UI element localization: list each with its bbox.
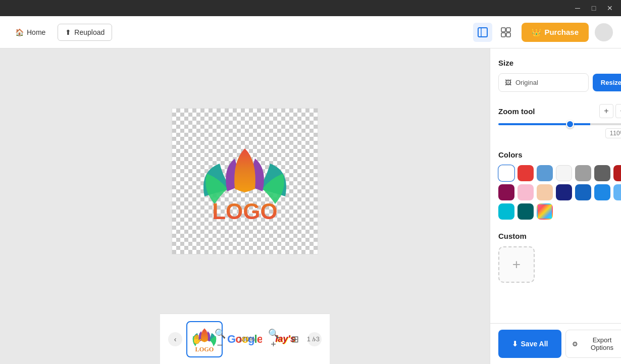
color-swatch-skyblue[interactable] [613,184,621,200]
size-section: Size 🖼 Original Resize [498,59,621,92]
color-swatch-darkcyan[interactable] [518,203,534,220]
bottom-toolbar: ✋ 🔍 – 130% 🔍 + ⊞ 1 / 3 ‹ [160,314,330,364]
titlebar: ─ □ ✕ [0,0,621,16]
color-swatch-rainbow[interactable] [537,203,553,220]
svg-rect-0 [478,28,487,37]
export-options-button[interactable]: ⚙ Export Options [565,330,621,358]
fit-button[interactable]: ⊞ [289,332,301,347]
colors-grid [498,165,621,220]
color-swatch-lightgray[interactable] [556,165,572,181]
svg-rect-2 [501,28,505,32]
page-indicator: 1 / 3 [307,335,320,343]
main-content: LOGO ✋ 🔍 – 130% 🔍 + ⊞ 1 / 3 ‹ [0,48,621,364]
color-swatch-lightblue2[interactable] [594,184,610,200]
logo-image: LOGO [189,126,300,237]
purchase-button[interactable]: 👑 Purchase [522,23,589,42]
upload-icon: ⬆ [65,28,71,36]
color-swatch-lightpink[interactable] [518,184,534,200]
color-swatch-gray[interactable] [575,165,591,181]
resize-button[interactable]: Resize [593,74,621,91]
reupload-button[interactable]: ⬆ Reupload [58,24,112,41]
colors-section: Colors [498,150,621,220]
size-row: 🖼 Original Resize [498,73,621,92]
canvas-tools: ✋ 🔍 – 130% 🔍 + ⊞ [189,326,301,352]
custom-title: Custom [498,232,621,240]
panel-container: Size 🖼 Original Resize Zoom tool [490,48,621,364]
zoom-title: Zoom tool [498,107,535,116]
color-swatch-white[interactable] [498,165,514,181]
main-toolbar: 🏠 Home ⬆ Reupload 👑 Purchase [0,16,621,48]
maximize-button[interactable]: □ [587,2,601,14]
view-grid-button[interactable] [496,23,515,42]
plus-icon: + [512,256,521,273]
svg-rect-3 [506,28,510,32]
color-swatch-darkpink[interactable] [498,184,514,200]
download-icon: ⬇ [512,340,518,348]
zoom-plus-button[interactable]: + [599,104,613,118]
color-swatch-navyblue[interactable] [556,184,572,200]
view-single-button[interactable] [473,23,492,42]
crown-icon: 👑 [532,28,541,37]
settings-icon: ⚙ [572,340,578,348]
color-swatch-cyan[interactable] [498,203,514,220]
panel-footer: ⬇ Save All ⚙ Export Options [490,323,621,364]
avatar[interactable] [595,23,613,41]
zoom-slider[interactable] [498,123,621,125]
canvas-wrapper: LOGO [0,48,490,314]
minimize-button[interactable]: ─ [571,2,585,14]
save-all-button[interactable]: ⬇ Save All [498,330,561,358]
export-label: Export Options [581,336,621,351]
save-all-label: Save All [521,340,548,348]
color-swatch-blue[interactable] [537,165,553,181]
purchase-label: Purchase [544,28,579,36]
color-swatch-medblue[interactable] [575,184,591,200]
svg-rect-5 [506,33,510,37]
color-swatch-peach[interactable] [537,184,553,200]
image-icon: 🖼 [505,79,511,86]
zoom-slider-row [498,123,621,125]
svg-rect-4 [501,33,505,37]
zoom-level-label: 130% [236,335,258,343]
zoom-controls: + − [599,104,621,118]
panel-scroll: Size 🖼 Original Resize Zoom tool [490,48,621,323]
original-label: Original [515,79,538,86]
original-size-display: 🖼 Original [498,73,589,92]
reupload-label: Reupload [74,28,105,36]
color-swatch-red[interactable] [518,165,534,181]
zoom-out-button[interactable]: 🔍 – [213,326,228,352]
canvas-area: LOGO ✋ 🔍 – 130% 🔍 + ⊞ 1 / 3 ‹ [0,48,490,364]
hand-tool-button[interactable]: ✋ [189,332,204,347]
canvas[interactable]: LOGO [172,108,318,254]
zoom-minus-button[interactable]: − [615,104,621,118]
svg-text:LOGO: LOGO [212,199,278,224]
zoom-value-label: 110% [605,128,621,138]
zoom-in-button[interactable]: 🔍 + [266,326,281,352]
home-button[interactable]: 🏠 Home [8,24,53,40]
home-label: Home [27,28,45,36]
color-swatch-darkgray[interactable] [594,165,610,181]
custom-add-button[interactable]: + [498,246,535,283]
prev-thumbnail-button[interactable]: ‹ [168,332,182,346]
zoom-section: Zoom tool + − 110% [498,104,621,138]
colors-title: Colors [498,150,621,159]
color-swatch-darkred[interactable] [613,165,621,181]
right-panel: Size 🖼 Original Resize Zoom tool [490,48,621,364]
home-icon: 🏠 [15,28,24,36]
close-button[interactable]: ✕ [603,2,617,14]
size-title: Size [498,59,621,67]
custom-section: Custom + [498,232,621,283]
